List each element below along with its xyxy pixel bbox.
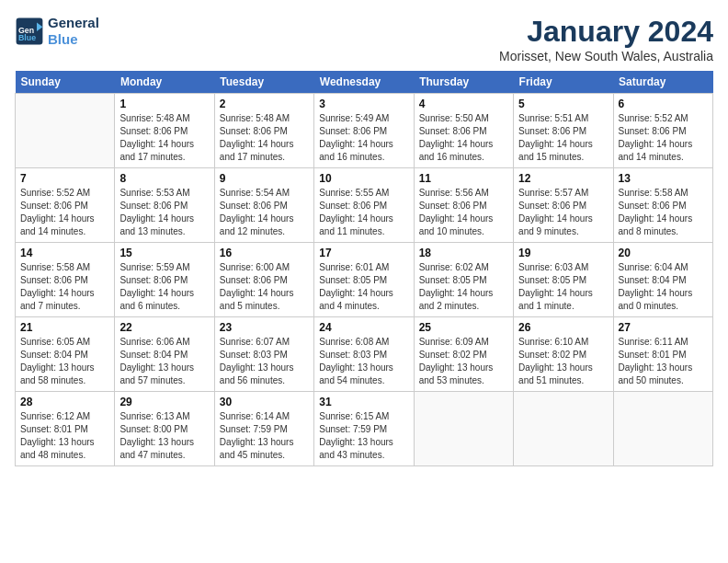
calendar-cell: 1Sunrise: 5:48 AM Sunset: 8:06 PM Daylig… [115, 94, 214, 168]
day-number: 5 [518, 98, 608, 110]
day-number: 25 [419, 321, 508, 334]
calendar-week-1: 1Sunrise: 5:48 AM Sunset: 8:06 PM Daylig… [16, 94, 713, 168]
day-info: Sunrise: 5:56 AM Sunset: 8:06 PM Dayligh… [419, 187, 508, 238]
day-info: Sunrise: 5:52 AM Sunset: 8:06 PM Dayligh… [20, 187, 109, 238]
calendar-table: SundayMondayTuesdayWednesdayThursdayFrid… [15, 71, 713, 466]
calendar-cell: 10Sunrise: 5:55 AM Sunset: 8:06 PM Dayli… [314, 168, 414, 243]
day-number: 29 [119, 396, 209, 408]
day-info: Sunrise: 5:55 AM Sunset: 8:06 PM Dayligh… [319, 187, 408, 238]
calendar-week-5: 28Sunrise: 6:12 AM Sunset: 8:01 PM Dayli… [16, 392, 713, 466]
day-number: 30 [220, 396, 309, 408]
calendar-week-2: 7Sunrise: 5:52 AM Sunset: 8:06 PM Daylig… [16, 168, 713, 243]
calendar-week-3: 14Sunrise: 5:58 AM Sunset: 8:06 PM Dayli… [16, 243, 713, 317]
day-number: 10 [319, 172, 408, 185]
day-number: 8 [119, 172, 209, 185]
column-header-wednesday: Wednesday [314, 71, 414, 94]
calendar-cell: 24Sunrise: 6:08 AM Sunset: 8:03 PM Dayli… [314, 317, 414, 392]
column-header-friday: Friday [514, 71, 613, 94]
column-header-tuesday: Tuesday [214, 71, 313, 94]
day-info: Sunrise: 6:10 AM Sunset: 8:02 PM Dayligh… [518, 336, 608, 387]
day-info: Sunrise: 6:00 AM Sunset: 8:06 PM Dayligh… [220, 261, 309, 313]
day-number: 21 [20, 321, 109, 334]
day-info: Sunrise: 5:58 AM Sunset: 8:06 PM Dayligh… [619, 187, 708, 238]
day-number: 4 [419, 98, 508, 110]
day-info: Sunrise: 6:07 AM Sunset: 8:03 PM Dayligh… [220, 336, 309, 387]
calendar-cell: 8Sunrise: 5:53 AM Sunset: 8:06 PM Daylig… [115, 168, 214, 243]
day-number: 18 [419, 247, 508, 259]
day-number: 19 [518, 247, 608, 259]
day-number: 24 [319, 321, 408, 334]
day-info: Sunrise: 5:58 AM Sunset: 8:06 PM Dayligh… [20, 261, 109, 313]
day-info: Sunrise: 6:08 AM Sunset: 8:03 PM Dayligh… [319, 336, 408, 387]
page-header: Gen Blue General Blue January 2024 Moris… [15, 15, 713, 63]
day-number: 28 [20, 396, 109, 408]
day-info: Sunrise: 6:13 AM Sunset: 8:00 PM Dayligh… [119, 410, 209, 462]
calendar-cell: 23Sunrise: 6:07 AM Sunset: 8:03 PM Dayli… [214, 317, 313, 392]
day-info: Sunrise: 6:11 AM Sunset: 8:01 PM Dayligh… [619, 336, 708, 387]
day-number: 14 [20, 247, 109, 259]
column-header-sunday: Sunday [16, 71, 115, 94]
calendar-cell: 28Sunrise: 6:12 AM Sunset: 8:01 PM Dayli… [16, 392, 115, 466]
calendar-cell: 17Sunrise: 6:01 AM Sunset: 8:05 PM Dayli… [314, 243, 414, 317]
month-title: January 2024 [499, 15, 713, 49]
day-number: 12 [518, 172, 608, 185]
calendar-cell: 30Sunrise: 6:14 AM Sunset: 7:59 PM Dayli… [214, 392, 313, 466]
location: Morisset, New South Wales, Australia [499, 49, 713, 63]
day-number: 11 [419, 172, 508, 185]
calendar-cell: 5Sunrise: 5:51 AM Sunset: 8:06 PM Daylig… [514, 94, 613, 168]
day-info: Sunrise: 5:59 AM Sunset: 8:06 PM Dayligh… [119, 261, 209, 313]
day-info: Sunrise: 6:15 AM Sunset: 7:59 PM Dayligh… [319, 410, 408, 462]
day-number: 3 [319, 98, 408, 110]
calendar-cell: 31Sunrise: 6:15 AM Sunset: 7:59 PM Dayli… [314, 392, 414, 466]
day-number: 22 [119, 321, 209, 334]
day-number: 2 [220, 98, 309, 110]
calendar-cell: 19Sunrise: 6:03 AM Sunset: 8:05 PM Dayli… [514, 243, 613, 317]
day-info: Sunrise: 5:51 AM Sunset: 8:06 PM Dayligh… [518, 112, 608, 164]
calendar-cell: 26Sunrise: 6:10 AM Sunset: 8:02 PM Dayli… [514, 317, 613, 392]
calendar-week-4: 21Sunrise: 6:05 AM Sunset: 8:04 PM Dayli… [16, 317, 713, 392]
calendar-header-row: SundayMondayTuesdayWednesdayThursdayFrid… [16, 71, 713, 94]
column-header-thursday: Thursday [414, 71, 513, 94]
day-number: 17 [319, 247, 408, 259]
day-number: 23 [220, 321, 309, 334]
calendar-cell: 25Sunrise: 6:09 AM Sunset: 8:02 PM Dayli… [414, 317, 513, 392]
calendar-cell [514, 392, 613, 466]
day-info: Sunrise: 5:52 AM Sunset: 8:06 PM Dayligh… [619, 112, 708, 164]
logo: Gen Blue General Blue [15, 15, 99, 48]
day-number: 26 [518, 321, 608, 334]
calendar-cell: 11Sunrise: 5:56 AM Sunset: 8:06 PM Dayli… [414, 168, 513, 243]
calendar-cell: 18Sunrise: 6:02 AM Sunset: 8:05 PM Dayli… [414, 243, 513, 317]
calendar-cell: 14Sunrise: 5:58 AM Sunset: 8:06 PM Dayli… [16, 243, 115, 317]
calendar-cell: 13Sunrise: 5:58 AM Sunset: 8:06 PM Dayli… [613, 168, 712, 243]
day-info: Sunrise: 6:06 AM Sunset: 8:04 PM Dayligh… [119, 336, 209, 387]
calendar-cell: 20Sunrise: 6:04 AM Sunset: 8:04 PM Dayli… [613, 243, 712, 317]
calendar-cell: 27Sunrise: 6:11 AM Sunset: 8:01 PM Dayli… [613, 317, 712, 392]
calendar-cell: 3Sunrise: 5:49 AM Sunset: 8:06 PM Daylig… [314, 94, 414, 168]
day-number: 1 [119, 98, 209, 110]
calendar-cell: 29Sunrise: 6:13 AM Sunset: 8:00 PM Dayli… [115, 392, 214, 466]
title-block: January 2024 Morisset, New South Wales, … [499, 15, 713, 63]
day-info: Sunrise: 6:03 AM Sunset: 8:05 PM Dayligh… [518, 261, 608, 313]
day-info: Sunrise: 5:53 AM Sunset: 8:06 PM Dayligh… [119, 187, 209, 238]
day-info: Sunrise: 5:50 AM Sunset: 8:06 PM Dayligh… [419, 112, 508, 164]
day-number: 27 [619, 321, 708, 334]
day-number: 31 [319, 396, 408, 408]
day-info: Sunrise: 6:09 AM Sunset: 8:02 PM Dayligh… [419, 336, 508, 387]
day-number: 7 [20, 172, 109, 185]
day-number: 20 [619, 247, 708, 259]
calendar-cell: 16Sunrise: 6:00 AM Sunset: 8:06 PM Dayli… [214, 243, 313, 317]
day-info: Sunrise: 5:49 AM Sunset: 8:06 PM Dayligh… [319, 112, 408, 164]
day-info: Sunrise: 6:12 AM Sunset: 8:01 PM Dayligh… [20, 410, 109, 462]
calendar-cell: 4Sunrise: 5:50 AM Sunset: 8:06 PM Daylig… [414, 94, 513, 168]
day-info: Sunrise: 5:48 AM Sunset: 8:06 PM Dayligh… [119, 112, 209, 164]
column-header-saturday: Saturday [613, 71, 712, 94]
day-info: Sunrise: 6:14 AM Sunset: 7:59 PM Dayligh… [220, 410, 309, 462]
day-info: Sunrise: 6:04 AM Sunset: 8:04 PM Dayligh… [619, 261, 708, 313]
day-number: 16 [220, 247, 309, 259]
calendar-cell: 12Sunrise: 5:57 AM Sunset: 8:06 PM Dayli… [514, 168, 613, 243]
day-number: 9 [220, 172, 309, 185]
day-info: Sunrise: 5:57 AM Sunset: 8:06 PM Dayligh… [518, 187, 608, 238]
calendar-cell [613, 392, 712, 466]
svg-text:Blue: Blue [18, 33, 36, 42]
day-info: Sunrise: 6:05 AM Sunset: 8:04 PM Dayligh… [20, 336, 109, 387]
